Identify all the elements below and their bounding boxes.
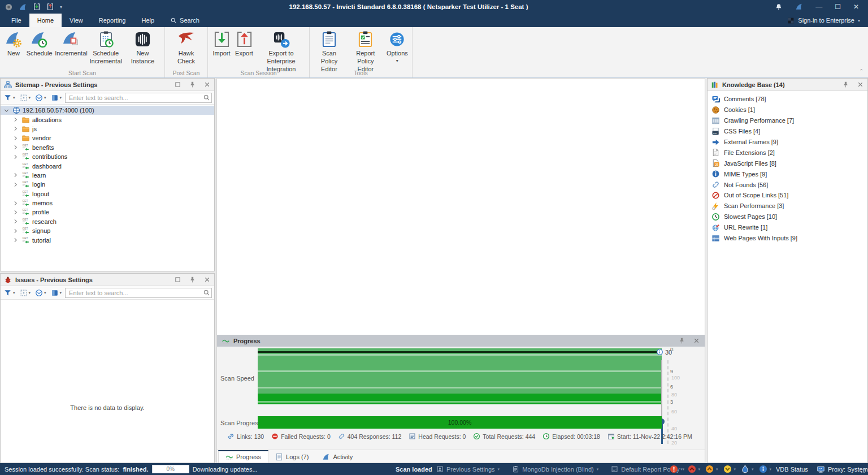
- close-icon[interactable]: [857, 81, 864, 88]
- ribbon-collapse-icon[interactable]: ⌃: [859, 68, 863, 74]
- pin-icon[interactable]: [189, 81, 196, 88]
- view-mode-button[interactable]: ▾: [50, 93, 63, 102]
- resize-grip[interactable]: [861, 468, 866, 473]
- ribbon-button[interactable]: Import ▾: [210, 29, 233, 58]
- ribbon-button[interactable]: New Instance ▾: [123, 29, 162, 66]
- issues-search-input[interactable]: [65, 288, 212, 298]
- chevron-right-icon[interactable]: [12, 125, 19, 132]
- qat-dropdown-icon[interactable]: ▾: [60, 5, 62, 10]
- ribbon-button[interactable]: Hawk Check ▾: [167, 29, 205, 66]
- filter-button[interactable]: ▾: [3, 288, 16, 297]
- pin-icon[interactable]: [189, 276, 196, 283]
- chevron-right-icon[interactable]: [12, 218, 19, 225]
- menu-item[interactable]: View: [62, 14, 91, 27]
- knowledge-base-item[interactable]: Crawling Performance [7]: [711, 115, 867, 126]
- ribbon-button[interactable]: Scan Policy Editor ▾: [312, 29, 346, 73]
- statusbar-dropdown[interactable]: Previous Settings ▾: [436, 465, 500, 473]
- sitemap-tree-node[interactable]: memos: [1, 198, 214, 208]
- knowledge-base-item[interactable]: MIME Types [9]: [711, 169, 867, 179]
- ribbon-button[interactable]: Export ▾: [233, 29, 255, 58]
- chevron-right-icon[interactable]: [12, 116, 19, 123]
- info-icon[interactable]: [656, 348, 663, 356]
- import-quick-icon[interactable]: [33, 3, 41, 11]
- knowledge-base-item[interactable]: Comments [78]: [711, 94, 867, 105]
- severity-filter[interactable]: ▾: [723, 465, 738, 473]
- selection-mode-button[interactable]: ▾: [19, 93, 32, 102]
- progress-tab[interactable]: Logs (7): [268, 450, 315, 463]
- progress-tab[interactable]: Activity: [315, 450, 359, 463]
- knowledge-base-item[interactable]: Cookies [1]: [711, 105, 867, 115]
- severity-filter[interactable]: ▾: [741, 465, 756, 473]
- sitemap-tree-node[interactable]: benefits: [1, 143, 214, 152]
- sitemap-tree-node[interactable]: dashboard: [1, 161, 214, 170]
- pin-icon[interactable]: [842, 81, 849, 88]
- expand-collapse-button[interactable]: ▾: [34, 288, 47, 297]
- sitemap-tree-node[interactable]: vendor: [1, 133, 214, 142]
- knowledge-base-item[interactable]: Slowest Pages [10]: [711, 211, 867, 222]
- menu-item[interactable]: Reporting: [91, 14, 134, 27]
- sitemap-tree-node[interactable]: profile: [1, 208, 214, 217]
- ribbon-button[interactable]: Report Policy Editor ▾: [346, 29, 385, 73]
- sitemap-tree-node[interactable]: signup: [1, 226, 214, 235]
- chevron-right-icon[interactable]: [12, 227, 19, 235]
- chevron-right-icon[interactable]: [12, 135, 19, 142]
- knowledge-base-item[interactable]: Out of Scope Links [51]: [711, 190, 867, 201]
- expand-collapse-button[interactable]: ▾: [34, 93, 47, 102]
- sitemap-tree-node[interactable]: allocations: [1, 115, 214, 124]
- chevron-right-icon[interactable]: [12, 144, 19, 151]
- sitemap-tree-node[interactable]: research: [1, 217, 214, 226]
- ribbon-button[interactable]: Incremental ▾: [54, 29, 88, 58]
- menu-item[interactable]: Help: [133, 14, 162, 27]
- sitemap-tree-node[interactable]: login: [1, 180, 214, 189]
- selection-mode-button[interactable]: ▾: [19, 288, 32, 297]
- statusbar-dropdown[interactable]: MongoDb Injection (Blind) ▾: [512, 465, 598, 473]
- chevron-right-icon[interactable]: [12, 200, 19, 207]
- chevron-right-icon[interactable]: [12, 171, 19, 179]
- knowledge-base-item[interactable]: Web Pages With Inputs [9]: [711, 233, 867, 244]
- knowledge-base-item[interactable]: External Frames [9]: [711, 137, 867, 148]
- close-icon[interactable]: [203, 81, 211, 88]
- menu-item[interactable]: Home: [29, 14, 62, 27]
- ribbon-button[interactable]: New ▾: [2, 29, 25, 58]
- severity-filter[interactable]: ▾: [688, 465, 702, 473]
- knowledge-base-item[interactable]: Not Founds [56]: [711, 179, 867, 190]
- close-icon[interactable]: [203, 276, 211, 283]
- knowledge-base-item[interactable]: File Extensions [2]: [711, 147, 867, 158]
- chevron-right-icon[interactable]: [12, 181, 19, 188]
- signin-enterprise[interactable]: Sign-in to Enterprise ▾: [787, 14, 868, 27]
- sitemap-tree-node[interactable]: logout: [1, 189, 214, 198]
- chevron-down-icon[interactable]: [3, 107, 10, 114]
- minimize-button[interactable]: —: [815, 3, 822, 11]
- ribbon-button[interactable]: Schedule Incremental ▾: [89, 29, 123, 66]
- chevron-right-icon[interactable]: [12, 209, 19, 216]
- sitemap-tree-node[interactable]: js: [1, 124, 214, 133]
- menu-item[interactable]: Search: [162, 14, 207, 27]
- ribbon-button[interactable]: Options ▾: [385, 29, 410, 63]
- knowledge-base-item[interactable]: Scan Performance [3]: [711, 201, 867, 211]
- maximize-panel-icon[interactable]: [174, 276, 181, 283]
- hawk-send-icon[interactable]: [795, 3, 803, 11]
- severity-filter[interactable]: ▾: [759, 465, 774, 473]
- maximize-panel-icon[interactable]: [174, 81, 181, 88]
- sitemap-search-input[interactable]: [65, 93, 212, 103]
- export-quick-icon[interactable]: [46, 3, 54, 11]
- close-button[interactable]: ✕: [853, 3, 859, 11]
- new-scan-fin-icon[interactable]: [19, 3, 27, 11]
- knowledge-base-item[interactable]: JavaScript Files [8]: [711, 158, 867, 169]
- close-icon[interactable]: [693, 337, 700, 344]
- sitemap-tree-node[interactable]: contributions: [1, 152, 214, 161]
- notifications-bell-icon[interactable]: [775, 3, 783, 11]
- severity-filter[interactable]: ▾: [670, 465, 684, 473]
- ribbon-button[interactable]: Export to Enterprise Integration ▾: [255, 29, 307, 73]
- sitemap-root-node[interactable]: 192.168.50.57:4000 (100): [1, 106, 214, 115]
- knowledge-base-item[interactable]: CSS Files [4]: [711, 126, 867, 137]
- ribbon-button[interactable]: Schedule ▾: [25, 29, 54, 58]
- progress-tab[interactable]: Progress: [218, 450, 268, 463]
- sitemap-tree-node[interactable]: learn: [1, 171, 214, 180]
- menu-item[interactable]: File: [3, 14, 29, 27]
- pin-icon[interactable]: [678, 337, 685, 344]
- chevron-right-icon[interactable]: [12, 153, 19, 161]
- view-mode-button[interactable]: ▾: [50, 288, 63, 297]
- sitemap-tree-node[interactable]: tutorial: [1, 235, 214, 244]
- chevron-right-icon[interactable]: [12, 236, 19, 244]
